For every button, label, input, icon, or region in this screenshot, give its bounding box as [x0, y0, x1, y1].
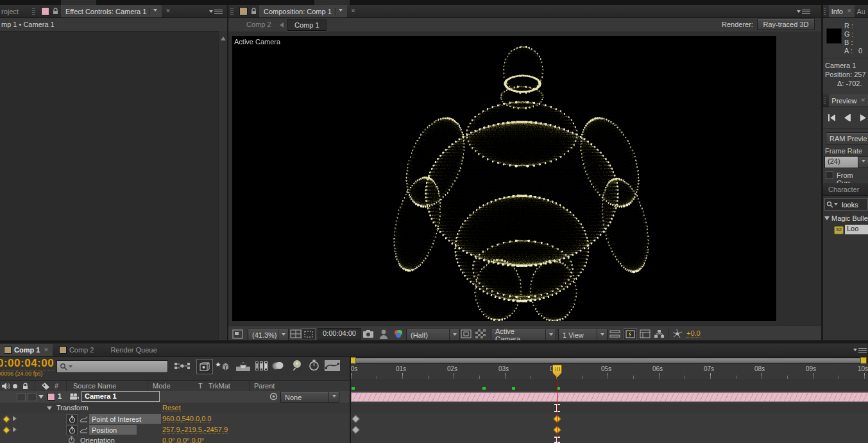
next-keyframe-icon[interactable] [13, 416, 19, 421]
exposure-icon[interactable] [672, 329, 683, 339]
timeline-tab-comp1[interactable]: Comp 1 ✕ [0, 344, 53, 356]
timeline-tab-render-queue[interactable]: Render Queue [100, 344, 167, 356]
composition-tab[interactable]: Composition: Comp 1 [259, 5, 347, 17]
close-tab-icon[interactable]: ✕ [860, 98, 865, 103]
fast-previews-icon[interactable] [624, 328, 637, 340]
channels-icon[interactable] [393, 329, 404, 339]
label-column-icon[interactable] [41, 382, 50, 390]
layer-row-camera1[interactable]: 1 Camera 1 None [0, 391, 350, 403]
keyframe-nav-diamond-icon[interactable] [3, 415, 10, 422]
panel-divider[interactable] [821, 5, 823, 343]
panel-gripper[interactable] [230, 8, 234, 15]
panel-divider[interactable] [0, 340, 868, 343]
close-tab-icon[interactable]: ✕ [166, 8, 171, 14]
effect-controls-scrollbar[interactable] [218, 31, 228, 343]
search-options-icon[interactable] [834, 203, 838, 207]
frame-blending-icon[interactable] [254, 360, 268, 372]
show-snapshot-icon[interactable] [379, 329, 389, 339]
mini-flowchart-icon[interactable] [174, 361, 190, 370]
video-column-icon[interactable] [13, 384, 17, 388]
effects-item[interactable]: Loo [845, 225, 868, 234]
brainstorm-icon[interactable] [291, 360, 303, 372]
position-row[interactable]: Position 257.9,-219.5,-2457.9 [0, 424, 350, 435]
position-value[interactable]: 257.9,-219.5,-2457.9 [162, 426, 228, 434]
preview-region-icon[interactable] [232, 329, 243, 339]
auto-keyframe-icon[interactable] [309, 360, 319, 371]
timeline-search-box[interactable] [56, 360, 168, 373]
project-tab[interactable]: roject [0, 5, 23, 17]
previous-frame-button[interactable] [843, 114, 851, 121]
transform-twirl-icon[interactable] [47, 406, 52, 413]
audio-column-icon[interactable] [2, 383, 10, 390]
layer-label-swatch[interactable] [47, 393, 55, 401]
group-twirl-icon[interactable] [824, 216, 830, 223]
position-label[interactable]: Position [89, 425, 137, 435]
index-column-label[interactable]: # [55, 382, 58, 390]
work-area-track[interactable] [351, 356, 868, 363]
mode-column[interactable]: Mode [153, 382, 171, 390]
first-frame-button[interactable] [828, 114, 836, 121]
tab-dropdown-icon[interactable] [153, 9, 157, 13]
view-layout-dropdown[interactable]: 1 View [558, 329, 608, 342]
transform-reset[interactable]: Reset [162, 404, 181, 412]
orientation-value[interactable]: 0.0°,0.0°,0.0° [162, 437, 204, 443]
effect-controls-tab[interactable]: Effect Controls: Camera 1 [61, 5, 162, 17]
lock-icon[interactable] [52, 8, 59, 15]
panel-gripper[interactable] [32, 8, 35, 15]
graph-icon[interactable] [80, 415, 88, 422]
region-of-interest-icon[interactable] [302, 328, 316, 340]
lock-column-icon[interactable] [22, 383, 29, 390]
work-area-bar[interactable] [353, 358, 863, 363]
shy-layers-icon[interactable] [236, 361, 250, 371]
crumb-comp1-button[interactable]: Comp 1 [287, 19, 327, 31]
target-region-icon[interactable] [461, 329, 472, 338]
magnification-dropdown[interactable]: (41.3%) [248, 329, 289, 342]
graph-editor-icon[interactable] [325, 360, 340, 371]
search-options-icon[interactable] [69, 365, 72, 370]
safe-zones-icon[interactable] [290, 329, 302, 339]
play-button[interactable] [860, 114, 867, 121]
parent-dropdown[interactable]: None [280, 392, 339, 403]
transform-label[interactable]: Transform [56, 404, 89, 412]
source-name-column[interactable]: Source Name [73, 382, 116, 390]
tab-dropdown-icon[interactable] [339, 9, 343, 13]
stopwatch-icon[interactable] [66, 414, 78, 424]
audio-tab[interactable]: Au [855, 5, 868, 17]
panel-gripper[interactable] [824, 97, 826, 104]
composition-viewport[interactable]: Active Camera [228, 31, 821, 326]
panel-menu-icon[interactable] [797, 8, 811, 16]
video-toggle-well[interactable] [17, 393, 26, 401]
keyframe-diamond[interactable] [352, 415, 360, 423]
layer-duration-bar[interactable] [351, 392, 868, 402]
renderer-button[interactable]: Ray-traced 3D [757, 19, 815, 30]
motion-blur-icon[interactable] [272, 360, 285, 371]
close-tab-icon[interactable]: ✕ [44, 347, 49, 353]
snapshot-icon[interactable] [362, 329, 374, 338]
point-of-interest-label[interactable]: Point of Interest [89, 414, 161, 424]
flowchart-button-icon[interactable] [654, 329, 665, 338]
transparency-grid-icon[interactable] [475, 329, 486, 338]
frame-rate-dropdown[interactable]: (24) [824, 156, 868, 168]
layer-twirl-icon[interactable] [38, 395, 44, 401]
panel-menu-icon[interactable] [209, 8, 223, 16]
resolution-dropdown[interactable]: (Half) [406, 329, 460, 342]
timeline-button-icon[interactable] [640, 329, 651, 338]
timeline-tab-comp2[interactable]: Comp 2 [53, 344, 101, 356]
panel-divider[interactable] [227, 5, 228, 343]
next-keyframe-icon[interactable] [13, 427, 19, 432]
graph-icon[interactable] [80, 426, 88, 433]
close-tab-icon[interactable]: ✕ [847, 8, 852, 14]
panel-menu-icon[interactable] [853, 346, 867, 354]
orientation-row[interactable]: Orientation 0.0°,0.0°,0.0° [0, 435, 350, 443]
toolbar-timecode[interactable]: 0:00:04:00 [318, 328, 361, 340]
keyframe-diamond[interactable] [352, 426, 360, 434]
live-update-icon[interactable] [216, 361, 228, 372]
preview-tab[interactable]: Preview✕ [829, 94, 868, 107]
stopwatch-icon[interactable] [68, 436, 75, 443]
layer-name-box[interactable]: Camera 1 [81, 391, 160, 402]
scroll-up-icon[interactable] [221, 34, 226, 40]
point-of-interest-value[interactable]: 960.0,540.0,0.0 [162, 415, 211, 423]
info-tab[interactable]: Info✕ [829, 5, 855, 17]
stopwatch-icon[interactable] [66, 425, 78, 435]
effects-search-box[interactable]: looks [824, 198, 868, 211]
